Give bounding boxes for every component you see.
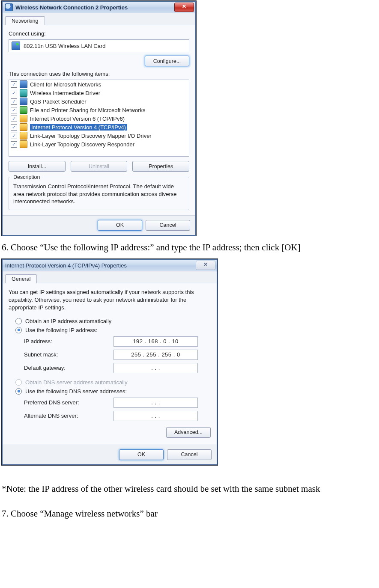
alternate-dns-label: Alternate DNS server: — [24, 413, 107, 419]
items-listbox[interactable]: ✓ Client for Microsoft Networks ✓ Wirele… — [9, 80, 189, 157]
step-6-text: 6. Choose “Use the following IP address:… — [2, 241, 377, 254]
cancel-button[interactable]: Cancel — [146, 220, 190, 231]
list-item-selected[interactable]: ✓ Internet Protocol Version 4 (TCP/IPv4) — [9, 123, 189, 131]
list-item[interactable]: ✓ Link-Layer Topology Discovery Responde… — [9, 140, 189, 148]
tabstrip: General — [3, 271, 217, 283]
protocol-icon — [20, 132, 27, 140]
subnet-mask-label: Subnet mask: — [24, 351, 107, 358]
radio-icon[interactable] — [15, 318, 22, 324]
list-item-label: Link-Layer Topology Discovery Mapper I/O… — [30, 133, 152, 139]
app-icon — [5, 3, 13, 11]
adapter-icon — [12, 42, 20, 50]
checkbox-icon[interactable]: ✓ — [11, 141, 17, 148]
qos-icon — [20, 98, 27, 105]
default-gateway-input[interactable]: . . . — [113, 363, 198, 373]
uninstall-button: Uninstall — [71, 161, 128, 172]
radio-icon[interactable] — [15, 388, 22, 395]
client-icon — [20, 80, 27, 88]
radio-obtain-dns: Obtain DNS server address automatically — [15, 379, 211, 386]
radio-icon[interactable] — [15, 327, 22, 333]
alternate-dns-input[interactable]: . . . — [113, 411, 198, 421]
radio-label: Obtain an IP address automatically — [25, 318, 111, 324]
preferred-dns-input[interactable]: . . . — [113, 398, 198, 408]
ok-button[interactable]: OK — [119, 449, 164, 460]
connection-properties-dialog: Wireless Network Connection 2 Properties… — [2, 1, 196, 236]
ipv4-properties-dialog: Internet Protocol Version 4 (TCP/IPv4) P… — [2, 259, 218, 465]
description-text: Transmission Control Protocol/Internet P… — [13, 183, 185, 205]
list-item-label: Wireless Intermediate Driver — [30, 90, 100, 96]
step-7-text: 7. Choose “Manage wireless networks” bar — [2, 507, 377, 520]
ok-button[interactable]: OK — [98, 220, 142, 231]
checkbox-icon[interactable]: ✓ — [11, 98, 17, 105]
window-title: Wireless Network Connection 2 Properties — [15, 4, 174, 11]
checkbox-icon[interactable]: ✓ — [11, 124, 17, 131]
ip-address-input[interactable]: 192 . 168 . 0 . 10 — [113, 336, 198, 347]
checkbox-icon[interactable]: ✓ — [11, 116, 17, 122]
checkbox-icon[interactable]: ✓ — [11, 107, 17, 113]
list-item[interactable]: ✓ QoS Packet Scheduler — [9, 97, 189, 106]
list-item-label: Internet Protocol Version 4 (TCP/IPv4) — [30, 124, 127, 131]
titlebar[interactable]: Internet Protocol Version 4 (TCP/IPv4) P… — [3, 260, 217, 271]
note-text: *Note: the IP address of the other wirel… — [2, 482, 377, 495]
list-item[interactable]: ✓ Internet Protocol Version 6 (TCP/IPv6) — [9, 114, 189, 123]
protocol-icon — [20, 140, 27, 148]
close-icon[interactable]: ✕ — [174, 3, 194, 12]
description-group: Description Transmission Control Protoco… — [9, 177, 189, 210]
protocol-icon — [20, 115, 27, 122]
properties-button[interactable]: Properties — [132, 161, 189, 172]
checkbox-icon[interactable]: ✓ — [11, 90, 17, 96]
radio-icon — [15, 379, 22, 386]
list-item-label: File and Printer Sharing for Microsoft N… — [30, 107, 145, 113]
radio-obtain-ip[interactable]: Obtain an IP address automatically — [15, 318, 211, 324]
radio-label: Use the following IP address: — [25, 327, 97, 333]
preferred-dns-label: Preferred DNS server: — [24, 399, 107, 406]
subnet-mask-input[interactable]: 255 . 255 . 255 . 0 — [113, 350, 198, 360]
radio-use-ip[interactable]: Use the following IP address: — [15, 327, 211, 333]
list-item[interactable]: ✓ File and Printer Sharing for Microsoft… — [9, 106, 189, 114]
share-icon — [20, 106, 27, 114]
radio-use-dns[interactable]: Use the following DNS server addresses: — [15, 388, 211, 395]
cancel-button[interactable]: Cancel — [167, 449, 212, 460]
advanced-button[interactable]: Advanced... — [166, 427, 211, 438]
checkbox-icon[interactable]: ✓ — [11, 81, 17, 88]
list-item[interactable]: ✓ Link-Layer Topology Discovery Mapper I… — [9, 131, 189, 140]
connect-using-label: Connect using: — [9, 30, 189, 37]
checkbox-icon[interactable]: ✓ — [11, 133, 17, 139]
radio-label: Use the following DNS server addresses: — [25, 388, 127, 395]
ip-address-label: IP address: — [24, 338, 107, 344]
description-legend: Description — [12, 174, 42, 180]
items-label: This connection uses the following items… — [9, 71, 189, 77]
list-item-label: Link-Layer Topology Discovery Responder — [30, 141, 134, 148]
list-item-label: QoS Packet Scheduler — [30, 98, 87, 105]
protocol-icon — [20, 123, 27, 131]
list-item-label: Client for Microsoft Networks — [30, 81, 101, 88]
radio-label: Obtain DNS server address automatically — [25, 379, 127, 386]
list-item[interactable]: ✓ Wireless Intermediate Driver — [9, 89, 189, 97]
list-item-label: Internet Protocol Version 6 (TCP/IPv6) — [30, 116, 125, 122]
adapter-field[interactable]: 802.11n USB Wireless LAN Card — [9, 39, 189, 52]
intro-text: You can get IP settings assigned automat… — [9, 288, 211, 312]
install-button[interactable]: Install... — [9, 161, 66, 172]
adapter-name: 802.11n USB Wireless LAN Card — [24, 43, 105, 49]
tab-general[interactable]: General — [5, 274, 37, 283]
window-title: Internet Protocol Version 4 (TCP/IPv4) P… — [5, 262, 196, 269]
driver-icon — [20, 89, 27, 97]
configure-button[interactable]: Configure... — [145, 56, 189, 66]
titlebar[interactable]: Wireless Network Connection 2 Properties… — [3, 2, 195, 13]
list-item[interactable]: ✓ Client for Microsoft Networks — [9, 80, 189, 89]
default-gateway-label: Default gateway: — [24, 365, 107, 371]
tabstrip: Networking — [3, 13, 195, 25]
close-icon[interactable]: ✕ — [196, 261, 215, 270]
tab-networking[interactable]: Networking — [5, 16, 45, 25]
